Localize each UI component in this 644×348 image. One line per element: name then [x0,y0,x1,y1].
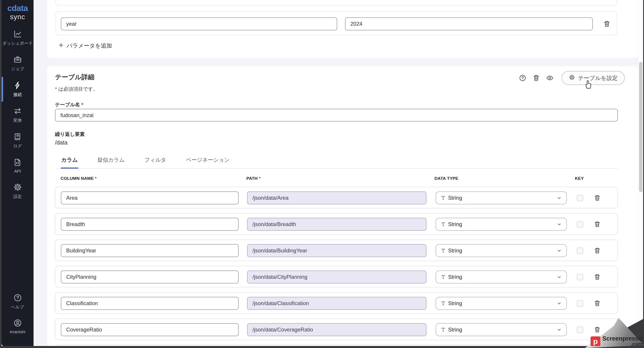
key-checkbox[interactable] [577,300,583,307]
chevron-down-icon [556,248,562,253]
column-name-input[interactable] [61,271,238,283]
column-row: String [55,319,618,340]
column-name-input[interactable] [61,244,238,257]
data-type-select[interactable]: String [436,191,567,204]
screenpresso-domain: .com [631,341,642,347]
column-row: String [55,239,618,261]
tab-pagination[interactable]: ページネーション [186,156,230,169]
data-type-value: String [448,247,554,254]
column-name-input[interactable] [61,323,238,336]
column-path-input[interactable] [247,323,426,336]
trash-icon [594,247,601,255]
add-parameter-label: パラメータを追加 [67,42,112,49]
delete-row-button[interactable] [594,194,601,202]
sidebar-nav: ダッシュボード ジョブ 接続 変換 ログ API [2,28,34,201]
help-circle-icon [13,293,22,302]
log-book-icon [13,132,22,141]
parameter-name-input[interactable] [61,17,337,30]
app-logo: cdata sync [2,3,34,21]
text-type-icon [440,248,446,253]
delete-row-button[interactable] [594,300,601,308]
parameter-value-input[interactable] [345,17,593,30]
delete-row-button[interactable] [594,247,601,255]
sidebar-item-logs[interactable]: ログ [2,131,34,150]
api-file-icon [13,158,22,167]
chevron-down-icon [556,327,562,332]
sidebar-item-account[interactable]: imanishi [2,317,34,336]
chevron-down-icon [556,195,562,200]
data-type-select[interactable]: String [436,297,567,310]
window-edge-right [643,0,644,348]
data-type-value: String [448,195,554,201]
sidebar-footer: ヘルプ imanishi [2,292,34,336]
dashboard-chart-icon [13,29,22,38]
data-type-select[interactable]: String [436,244,567,257]
data-type-value: String [448,327,554,333]
sidebar-item-settings[interactable]: 設定 [2,181,34,201]
gear-icon [569,74,575,82]
key-checkbox[interactable] [577,195,583,201]
screenpresso-watermark: p Screenpresso .com [577,315,644,348]
columns-table-header: COLUMN NAME * PATH * DATA TYPE KEY [55,176,618,183]
delete-table-button[interactable] [532,74,540,82]
screenpresso-logo: p [590,336,600,346]
tab-columns[interactable]: カラム [61,156,78,169]
sidebar-item-help[interactable]: ヘルプ [2,292,34,311]
sync-wordmark: sync [2,13,34,21]
sidebar-item-dashboard[interactable]: ダッシュボード [2,28,34,48]
key-checkbox[interactable] [577,221,583,228]
text-type-icon [440,327,446,332]
data-type-select[interactable]: String [436,271,567,283]
column-path-input[interactable] [247,191,426,204]
text-type-icon [440,195,446,200]
column-path-input[interactable] [247,244,426,257]
text-type-icon [440,301,446,306]
required-note: * は必須項目です。 [55,86,98,92]
eye-icon [546,74,554,82]
cdata-wordmark: cdata [2,3,34,13]
header-path: PATH * [246,176,260,181]
transfer-arrows-icon [13,107,22,116]
trash-icon [594,273,601,281]
column-name-input[interactable] [61,297,238,310]
section-title: テーブル詳細 [55,73,94,82]
plus-icon [58,42,64,49]
tab-pseudo-columns[interactable]: 疑似カラム [97,156,125,169]
column-path-input[interactable] [247,271,426,283]
scrollbar-thumb[interactable] [639,62,642,192]
delete-row-button[interactable] [594,273,601,281]
tab-filter[interactable]: フィルタ [144,156,166,169]
configure-table-label: テーブルを設定 [578,74,618,82]
sidebar-item-jobs[interactable]: ジョブ [2,54,34,73]
trash-icon [532,74,540,82]
preview-table-button[interactable] [546,74,554,82]
data-type-select[interactable]: String [436,218,567,231]
sidebar: cdata sync ダッシュボード ジョブ 接続 変換 ログ [2,0,34,347]
table-details-card: テーブル詳細 テーブルを設定 [47,66,638,346]
add-parameter-button[interactable]: パラメータを追加 [58,42,112,49]
delete-row-button[interactable] [594,221,601,228]
column-path-input[interactable] [247,218,426,231]
chevron-down-icon [556,274,562,280]
column-row: String [55,213,618,235]
sidebar-item-connections[interactable]: 接続 [2,80,34,99]
briefcase-icon [13,55,22,64]
header-key: KEY [575,176,584,181]
section-help-button[interactable] [519,74,526,82]
column-path-input[interactable] [247,297,426,310]
repeat-element-label: 繰り返し要素 [55,131,85,138]
table-name-input[interactable] [55,109,618,122]
column-name-input[interactable] [61,191,238,204]
key-checkbox[interactable] [577,274,583,280]
sidebar-item-api[interactable]: API [2,157,34,175]
table-details-tabs: カラム 疑似カラム フィルタ ページネーション [55,156,618,169]
data-type-select[interactable]: String [436,323,567,336]
repeat-element-value: /data [55,139,68,146]
vertical-scrollbar[interactable] [638,0,643,346]
column-name-input[interactable] [61,218,238,231]
sidebar-item-transformations[interactable]: 変換 [2,105,34,125]
delete-parameter-button[interactable] [603,20,611,28]
key-checkbox[interactable] [577,247,583,254]
window-edge-left [0,0,2,348]
configure-table-button[interactable]: テーブルを設定 [562,71,625,85]
